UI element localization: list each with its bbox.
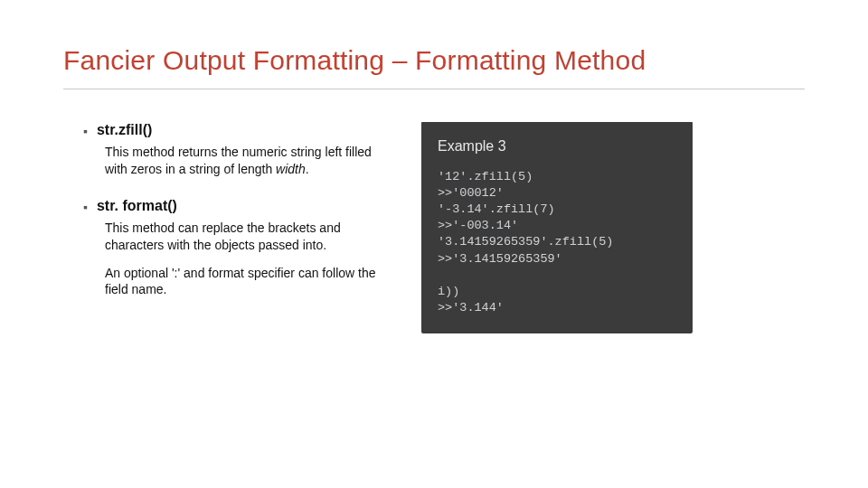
- method-head: ▪ str. format(): [83, 198, 389, 216]
- slide: Fancier Output Formatting – Formatting M…: [0, 0, 868, 488]
- desc-emph: width: [276, 162, 306, 176]
- example-code: '12'.zfill(5) >>'00012' '-3.14'.zfill(7)…: [438, 169, 676, 267]
- title-block: Fancier Output Formatting – Formatting M…: [63, 45, 805, 89]
- desc-text: .: [306, 162, 309, 176]
- right-column: Example 1 print('We are the {} who say "…: [421, 122, 805, 393]
- method-head: ▪ str.zfill(): [83, 122, 389, 140]
- desc-text: This method returns the numeric string l…: [105, 145, 372, 176]
- slide-title: Fancier Output Formatting – Formatting M…: [63, 45, 805, 76]
- title-divider: [63, 89, 805, 89]
- example-title: Example 3: [438, 136, 676, 156]
- left-column: ▪ str.zfill() This method returns the nu…: [63, 122, 389, 393]
- bullet-icon: ▪: [83, 122, 88, 140]
- method-item-format: ▪ str. format() This method can replace …: [83, 198, 389, 299]
- bullet-icon: ▪: [83, 198, 88, 216]
- method-name: str.zfill(): [97, 122, 152, 138]
- method-desc: This method returns the numeric string l…: [83, 144, 389, 178]
- method-desc: An optional ':' and format specifier can…: [83, 265, 389, 299]
- method-name: str. format(): [97, 198, 177, 214]
- method-item-zfill: ▪ str.zfill() This method returns the nu…: [83, 122, 389, 178]
- slide-body: ▪ str.zfill() This method returns the nu…: [63, 122, 805, 393]
- method-desc: This method can replace the brackets and…: [83, 220, 389, 254]
- example-box: Example 3 '12'.zfill(5) >>'00012' '-3.14…: [421, 122, 693, 284]
